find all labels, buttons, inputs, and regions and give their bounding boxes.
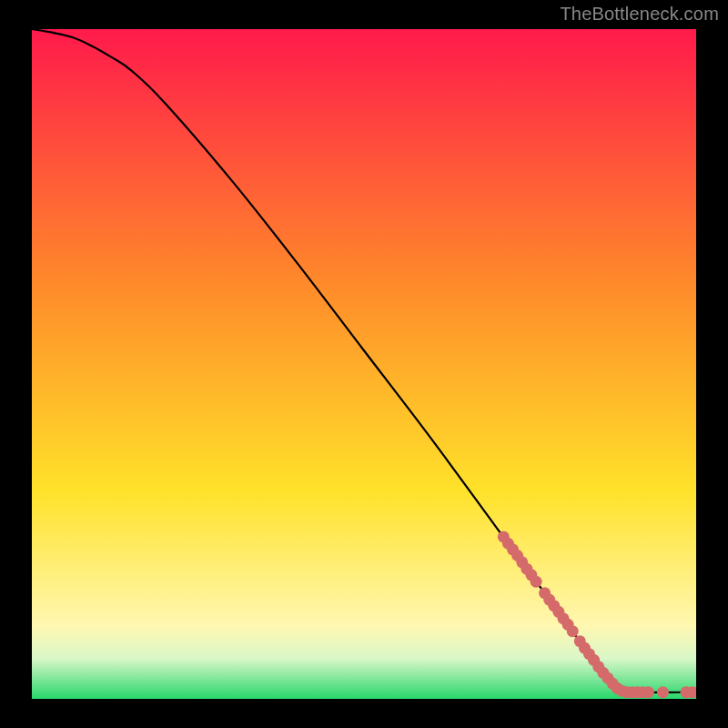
chart-svg xyxy=(32,29,696,699)
attribution-label: TheBottleneck.com xyxy=(560,4,719,25)
plot-area xyxy=(32,29,696,699)
data-point xyxy=(531,576,542,588)
gradient-background xyxy=(32,29,696,699)
chart-stage: TheBottleneck.com xyxy=(0,0,728,728)
data-point xyxy=(567,625,579,637)
data-point xyxy=(657,686,669,698)
data-point xyxy=(642,686,654,698)
